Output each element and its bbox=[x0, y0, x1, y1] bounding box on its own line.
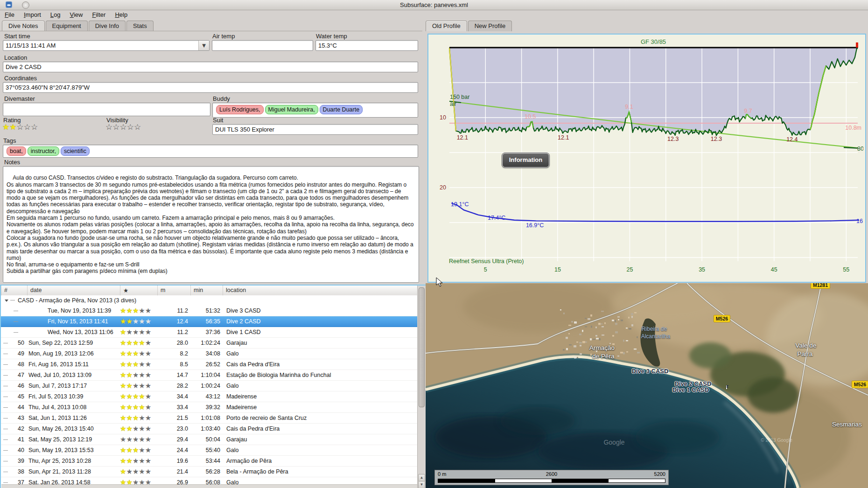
table-row[interactable]: 38 Sun, Apr 21, 2013 11:28 ★★★★★ 21.4 56… bbox=[1, 467, 418, 477]
svg-text:GF 30/85: GF 30/85 bbox=[641, 38, 666, 45]
scroll-down-button[interactable]: ▼ bbox=[418, 481, 425, 488]
tab[interactable]: Dive Notes bbox=[2, 21, 45, 31]
column-header: ★ bbox=[120, 286, 157, 295]
table-row[interactable]: Fri, Nov 15, 2013 11:41 ★★★★★ 12.4 56:35… bbox=[1, 316, 418, 327]
table-row[interactable]: 39 Thu, Apr 25, 2013 10:28 ★★★★★ 19.6 53… bbox=[1, 456, 418, 467]
table-row[interactable]: Wed, Nov 13, 2013 11:06 ★★★★★ 11.2 37:36… bbox=[1, 327, 418, 338]
vertical-scrollbar[interactable]: ▲ ▼ bbox=[417, 286, 426, 488]
map-label: M526 bbox=[852, 381, 868, 388]
menu-item[interactable]: View bbox=[65, 10, 88, 19]
svg-text:air: air bbox=[450, 101, 456, 107]
scale-mid: 2600 bbox=[435, 471, 668, 477]
table-row[interactable]: 50 Sun, Sep 22, 2013 12:59 ★★★★★ 28.0 1:… bbox=[1, 338, 418, 349]
menu-item[interactable]: Help bbox=[110, 10, 132, 19]
tags-field[interactable]: boat,instructor,scientific bbox=[3, 145, 418, 158]
title-bar[interactable]: Subsurface: paneves.xml bbox=[0, 0, 868, 10]
start-time-combo[interactable]: 11/15/13 11:41 AM ▼ bbox=[3, 40, 210, 51]
buddy-chip[interactable]: Miguel Madureira, bbox=[265, 105, 318, 114]
table-row[interactable]: 43 Sat, Jun 1, 2013 11:26 ★★★★★ 21.5 1:0… bbox=[1, 413, 418, 424]
table-row[interactable]: 44 Thu, Jul 4, 2013 10:08 ★★★★★ 33.4 39:… bbox=[1, 402, 418, 413]
table-row[interactable]: 49 Mon, Aug 19, 2013 12:06 ★★★★★ 8.2 34:… bbox=[1, 349, 418, 359]
svg-text:15: 15 bbox=[554, 266, 561, 273]
scrollbar-thumb[interactable] bbox=[419, 287, 425, 407]
start-time-label: Start time bbox=[4, 33, 30, 40]
column-header: # bbox=[1, 286, 27, 295]
horizontal-scrollbar[interactable] bbox=[1, 484, 417, 488]
menu-item[interactable]: Import bbox=[19, 10, 46, 19]
map-label: Dive 1 CASD bbox=[672, 386, 709, 393]
map-label: Google bbox=[603, 439, 624, 446]
map-label: Dive 2 CASD bbox=[675, 380, 712, 387]
svg-text:5: 5 bbox=[484, 266, 487, 273]
svg-text:12.1: 12.1 bbox=[558, 134, 569, 141]
trip-group-label: CASD - Armação de Pêra, Nov 2013 (3 dive… bbox=[18, 297, 136, 304]
trip-group-row[interactable]: CASD - Armação de Pêra, Nov 2013 (3 dive… bbox=[1, 295, 418, 306]
svg-text:45: 45 bbox=[771, 266, 777, 273]
divemaster-field[interactable] bbox=[3, 103, 210, 116]
menu-item[interactable]: Filter bbox=[87, 10, 110, 19]
collapse-arrow-icon[interactable] bbox=[5, 300, 8, 302]
map-label: Vale de bbox=[796, 342, 817, 349]
tab[interactable]: Equipment bbox=[46, 21, 88, 31]
dive-list: #date★mminlocation CASD - Armação de Pêr… bbox=[0, 285, 427, 488]
tag-chip[interactable]: boat, bbox=[7, 146, 26, 156]
scroll-up-button[interactable]: ▲ bbox=[418, 474, 425, 481]
notes-field[interactable]: Aula do curso CASD. Transectos c/video e… bbox=[3, 166, 419, 283]
table-row[interactable]: 48 Fri, Aug 16, 2013 15:11 ★★★★★ 8.5 26:… bbox=[1, 359, 418, 370]
visibility-stars[interactable]: ☆☆☆☆☆ bbox=[105, 122, 141, 132]
notes-label: Notes bbox=[4, 159, 20, 166]
table-row[interactable]: Tue, Nov 19, 2013 11:39 ★★★★★ 11.2 51:32… bbox=[1, 306, 418, 316]
buddy-label: Buddy bbox=[213, 95, 230, 102]
svg-text:80: 80 bbox=[857, 146, 863, 152]
divider bbox=[0, 31, 422, 31]
mouse-cursor bbox=[436, 277, 443, 287]
air-temp-field[interactable] bbox=[212, 40, 313, 51]
menu-item[interactable]: Log bbox=[46, 10, 65, 19]
dive-list-header[interactable]: #date★mminlocation bbox=[1, 286, 418, 296]
left-tab-bar: Dive NotesEquipmentDive InfoStats bbox=[2, 21, 154, 31]
tab[interactable]: Old Profile bbox=[426, 21, 467, 31]
location-label: Location bbox=[4, 54, 27, 61]
table-row[interactable]: 47 Wed, Jul 10, 2013 13:09 ★★★★★ 14.7 1:… bbox=[1, 370, 418, 381]
map-label: Alcantarilha bbox=[641, 333, 671, 340]
dive-site-map[interactable]: Armaçãode PêraRibeira deAlcantarilhaVale… bbox=[426, 283, 868, 488]
svg-text:150 bar: 150 bar bbox=[450, 94, 469, 100]
svg-text:10: 10 bbox=[440, 114, 446, 121]
notes-value: Aula do curso CASD. Transectos c/video e… bbox=[7, 174, 415, 274]
window-menu-button[interactable] bbox=[22, 1, 29, 9]
tab[interactable]: Stats bbox=[126, 21, 154, 31]
water-temp-field[interactable]: 15.3°C bbox=[315, 40, 418, 51]
rating-stars[interactable]: ★★☆☆☆ bbox=[2, 122, 38, 132]
svg-text:19.1°C: 19.1°C bbox=[451, 201, 469, 208]
suit-label: Suit bbox=[213, 117, 223, 124]
map-label: M1281 bbox=[811, 283, 830, 289]
chevron-down-icon[interactable]: ▼ bbox=[198, 41, 209, 50]
coordinates-field[interactable]: 37°05'23.460"N 8°20'47.879"W bbox=[3, 82, 418, 93]
tag-chip[interactable]: scientific bbox=[61, 146, 90, 156]
dive-profile-chart[interactable]: GF 30/851020150 barair8051525354555Reefn… bbox=[427, 34, 866, 283]
menu-item[interactable]: File bbox=[0, 10, 19, 19]
table-row[interactable]: 46 Sun, Jul 7, 2013 17:17 ★★★★★ 28.2 1:0… bbox=[1, 381, 418, 391]
app-icon bbox=[6, 1, 12, 8]
tag-chip[interactable]: instructor, bbox=[28, 146, 59, 156]
svg-text:16: 16 bbox=[856, 218, 863, 224]
table-row[interactable]: 41 Sat, May 25, 2013 12:19 ★★★★★ 29.4 50… bbox=[1, 434, 418, 445]
map-label: Armação bbox=[589, 344, 615, 351]
subsurface-window: Subsurface: paneves.xml FileImportLogVie… bbox=[0, 0, 868, 488]
svg-text:9.7: 9.7 bbox=[744, 108, 752, 114]
column-header: location bbox=[223, 286, 418, 295]
buddy-chip[interactable]: Duarte Duarte bbox=[320, 105, 363, 114]
column-header: date bbox=[27, 286, 120, 295]
tab[interactable]: Dive Info bbox=[89, 21, 126, 31]
tags-label: Tags bbox=[3, 137, 16, 144]
buddy-chip[interactable]: Luís Rodrigues, bbox=[216, 105, 264, 114]
buddy-field[interactable]: Luís Rodrigues,Miguel Madureira,Duarte D… bbox=[212, 103, 418, 118]
location-field[interactable]: Dive 2 CASD bbox=[3, 62, 418, 72]
suit-field[interactable]: DUI TLS 350 Explorer bbox=[212, 124, 418, 135]
table-row[interactable]: 45 Fri, Jul 5, 2013 10:39 ★★★★★ 34.4 43:… bbox=[1, 391, 418, 402]
table-row[interactable]: 40 Sun, May 19, 2013 15:53 ★★★★★ 24.4 55… bbox=[1, 445, 418, 456]
table-row[interactable]: 42 Sun, May 26, 2013 15:40 ★★★★★ 23.0 1:… bbox=[1, 424, 418, 434]
dive-site-marker[interactable] bbox=[725, 385, 728, 389]
tab[interactable]: New Profile bbox=[468, 21, 512, 31]
information-button[interactable]: Information bbox=[502, 153, 549, 167]
